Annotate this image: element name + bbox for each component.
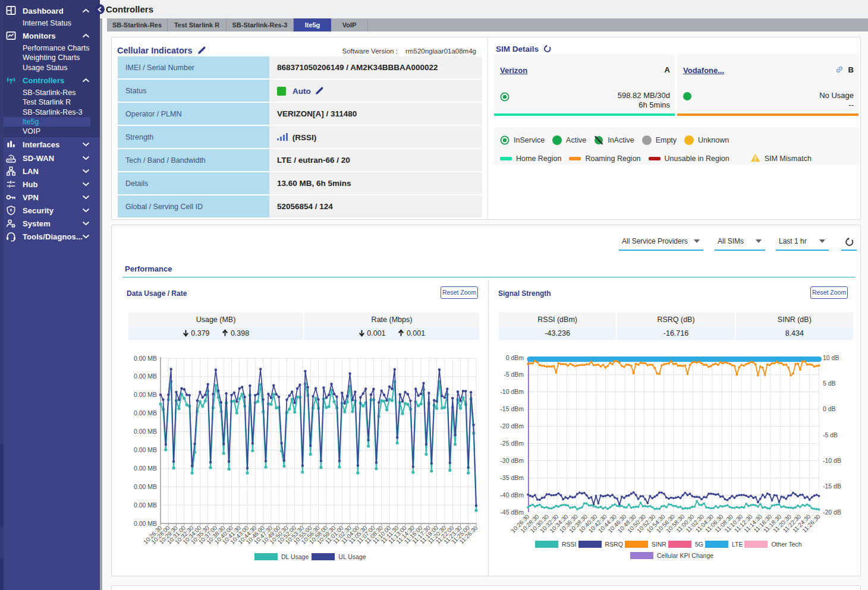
svg-text:0.00 MB: 0.00 MB xyxy=(134,391,157,398)
svg-text:0.00 MB: 0.00 MB xyxy=(134,428,157,435)
svg-text:-5 dBm: -5 dBm xyxy=(504,371,524,378)
svg-text:-30 dBm: -30 dBm xyxy=(500,457,524,464)
svg-text:-45 dBm: -45 dBm xyxy=(500,509,524,516)
svg-text:-10 dB: -10 dB xyxy=(823,457,841,464)
svg-text:0.00 MB: 0.00 MB xyxy=(134,465,157,472)
svg-text:0.00 MB: 0.00 MB xyxy=(134,520,157,527)
svg-text:-35 dBm: -35 dBm xyxy=(500,474,524,481)
svg-text:-25 dBm: -25 dBm xyxy=(500,440,524,447)
svg-text:-10 dBm: -10 dBm xyxy=(500,388,524,395)
svg-text:10 dB: 10 dB xyxy=(823,354,839,361)
svg-text:-40 dBm: -40 dBm xyxy=(500,491,524,498)
svg-text:-20 dB: -20 dB xyxy=(823,509,841,516)
svg-text:5 dB: 5 dB xyxy=(823,380,836,387)
svg-text:-15 dB: -15 dB xyxy=(823,482,841,490)
svg-text:-5 dB: -5 dB xyxy=(823,431,838,438)
svg-text:0.00 MB: 0.00 MB xyxy=(134,409,157,417)
svg-text:-15 dBm: -15 dBm xyxy=(500,405,524,412)
svg-text:0.00 MB: 0.00 MB xyxy=(134,446,157,453)
svg-text:0.00 MB: 0.00 MB xyxy=(134,501,157,509)
svg-text:0.00 MB: 0.00 MB xyxy=(134,355,157,362)
svg-text:0.00 MB: 0.00 MB xyxy=(134,483,157,490)
svg-text:0 dBm: 0 dBm xyxy=(505,354,524,361)
svg-text:0 dB: 0 dB xyxy=(823,405,836,412)
svg-text:-20 dBm: -20 dBm xyxy=(500,422,524,430)
svg-text:0.00 MB: 0.00 MB xyxy=(134,373,157,380)
